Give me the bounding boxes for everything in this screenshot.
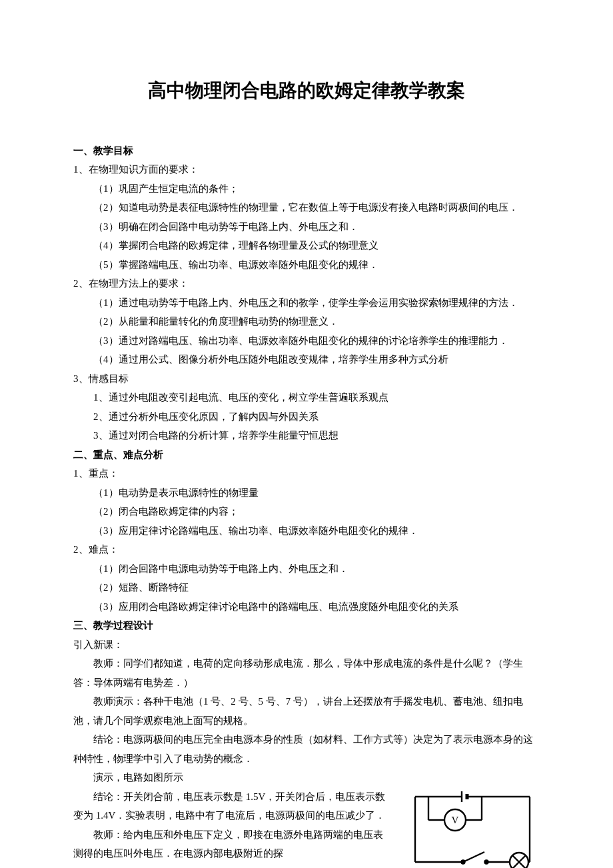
s1-g3-label: 3、情感目标 — [73, 369, 540, 389]
list-item: （3）应用定律讨论路端电压、输出功率、电源效率随外电阻变化的规律． — [93, 521, 540, 541]
list-item: （1）通过电动势等于电路上内、外电压之和的教学，使学生学会运用实验探索物理规律的… — [93, 293, 540, 313]
list-item: （1）闭合回路中电源电动势等于电路上内、外电压之和． — [93, 559, 540, 579]
paragraph: 教师：同学们都知道，电荷的定向移动形成电流．那么，导体中形成电流的条件是什么呢？… — [73, 654, 540, 692]
list-item: （1）电动势是表示电源特性的物理量 — [93, 483, 540, 503]
svg-line-14 — [463, 852, 484, 862]
figure-1: V 图 1 — [400, 790, 540, 868]
svg-text:V: V — [452, 815, 459, 825]
s3-intro: 引入新课： — [73, 635, 540, 655]
paragraph: 演示，电路如图所示 — [73, 768, 540, 787]
section-2-heading: 二、重点、难点分析 — [73, 445, 540, 465]
list-item: （3）通过对路端电压、输出功率、电源效率随外电阻变化的规律的讨论培养学生的推理能… — [93, 331, 540, 351]
list-item: 2、通过分析外电压变化原因，了解内因与外因关系 — [93, 407, 540, 427]
list-item: （5）掌握路端电压、输出功率、电源效率随外电阻变化的规律． — [93, 255, 540, 275]
list-item: （2）知道电动势是表征电源特性的物理量，它在数值上等于电源没有接入电路时两极间的… — [93, 198, 540, 217]
list-item: （2）从能量和能量转化的角度理解电动势的物理意义． — [93, 312, 540, 331]
page-title: 高中物理闭合电路的欧姆定律教学教案 — [73, 73, 540, 108]
list-item: （2）短路、断路特征 — [93, 578, 540, 597]
list-item: 1、通过外电阻改变引起电流、电压的变化，树立学生普遍联系观点 — [93, 388, 540, 407]
list-item: （2）闭合电路欧姆定律的内容； — [93, 502, 540, 521]
section-1-heading: 一、教学目标 — [73, 141, 540, 161]
list-item: （4）通过用公式、图像分析外电压随外电阻改变规律，培养学生用多种方式分析 — [93, 350, 540, 369]
circuit-diagram-icon: V — [403, 790, 536, 868]
paragraph: 结论：电源两极间的电压完全由电源本身的性质（如材料、工作方式等）决定为了表示电源… — [73, 730, 540, 768]
s2-g1-label: 1、重点： — [73, 464, 540, 483]
s1-g1-label: 1、在物理知识方面的要求： — [73, 160, 540, 179]
list-item: （1）巩固产生恒定电流的条件； — [93, 179, 540, 199]
s1-g2-label: 2、在物理方法上的要求： — [73, 274, 540, 293]
section-3-heading: 三、教学过程设计 — [73, 616, 540, 635]
list-item: （3）明确在闭合回路中电动势等于电路上内、外电压之和． — [93, 217, 540, 237]
s2-g2-label: 2、难点： — [73, 540, 540, 559]
list-item: （3）应用闭合电路欧姆定律讨论电路中的路端电压、电流强度随外电阻变化的关系 — [93, 597, 540, 617]
svg-point-16 — [510, 853, 528, 868]
figure-text-wrap: V 图 1 结论：开关闭合前，电压表示数是 1.5V，开关闭合后，电压表示数变为… — [73, 787, 540, 868]
paragraph: 教师演示：各种干电池（1 号、2 号、5 号、7 号），讲台上还摆放有手摇发电机… — [73, 692, 540, 730]
list-item: （4）掌握闭合电路的欧姆定律，理解各物理量及公式的物理意义 — [93, 236, 540, 255]
list-item: 3、通过对闭合电路的分析计算，培养学生能量守恒思想 — [93, 426, 540, 445]
